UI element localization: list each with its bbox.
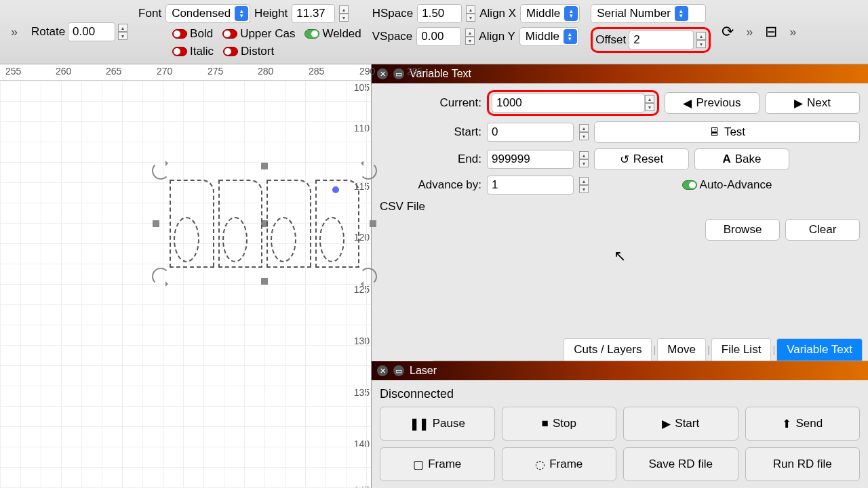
handle-r[interactable] <box>370 220 376 227</box>
collapse-right-icon[interactable]: » <box>741 22 758 42</box>
frame-oval-button[interactable]: ◌ Frame <box>502 447 617 481</box>
height-input[interactable] <box>292 4 335 23</box>
rotate-spinner[interactable]: ▴▾ <box>118 24 127 40</box>
top-toolbar: » Rotate ▴▾ Font Condensed Height ▴▾ Bol… <box>0 0 868 64</box>
aligny-label: Align Y <box>479 30 515 43</box>
rotate-handle-br[interactable] <box>359 268 377 285</box>
clear-button[interactable]: Clear <box>785 219 860 241</box>
end-input[interactable] <box>487 150 574 169</box>
bake-button[interactable]: A Bake <box>694 148 789 170</box>
reset-button[interactable]: ↺ Reset <box>594 148 689 170</box>
laser-header: ✕ ▭ Laser <box>372 361 868 380</box>
next-button[interactable]: ▶ Next <box>765 92 860 114</box>
start-button[interactable]: ▶ Start <box>623 407 738 441</box>
stop-button[interactable]: ■ Stop <box>502 407 617 441</box>
font-select[interactable]: Condensed <box>165 4 250 23</box>
variable-text-body: Current: ▴▾ ◀ Previous ▶ Next Start: ▴▾ … <box>372 83 868 253</box>
laser-body: Disconnected ❚❚ Pause ■ Stop ▶ Start ⬆ S… <box>372 380 868 488</box>
distort-toggle[interactable]: Distort <box>223 45 274 58</box>
alignx-label: Align X <box>479 7 516 20</box>
pause-button[interactable]: ❚❚ Pause <box>380 407 495 441</box>
laser-status: Disconnected <box>380 387 860 401</box>
start-spinner[interactable]: ▴▾ <box>579 124 589 140</box>
ruler-horizontal: 255 260 265 270 275 280 285 290 295 <box>0 64 371 81</box>
end-spinner[interactable]: ▴▾ <box>579 151 589 167</box>
text-dddd <box>170 180 359 268</box>
canvas-grid <box>0 81 371 488</box>
hspace-label: HSpace <box>372 7 413 20</box>
rotate-handle-tl[interactable] <box>152 162 170 180</box>
bold-toggle[interactable]: Bold <box>172 27 213 41</box>
cursor-icon: ↖ <box>614 247 626 265</box>
tab-move[interactable]: Move <box>657 338 706 361</box>
collapse-far-right-icon[interactable]: » <box>784 22 802 42</box>
start-label: Start: <box>380 125 481 139</box>
offset-label: Offset <box>595 33 626 47</box>
vspace-spinner[interactable]: ▴▾ <box>465 28 475 45</box>
height-spinner[interactable]: ▴▾ <box>339 5 349 22</box>
alignx-select[interactable]: Middle <box>520 4 580 23</box>
auto-advance-toggle[interactable]: Auto-Advance <box>682 178 772 192</box>
welded-toggle[interactable]: Welded <box>304 27 361 41</box>
previous-button[interactable]: ◀ Previous <box>665 92 760 114</box>
popout-icon[interactable]: ▭ <box>393 365 404 376</box>
hspace-input[interactable] <box>417 4 462 23</box>
laser-title: Laser <box>410 365 437 377</box>
refresh-icon[interactable]: ⟳ <box>722 23 734 41</box>
tab-vartext[interactable]: Variable Text <box>776 338 863 361</box>
csv-label: CSV File <box>380 200 425 214</box>
current-label: Current: <box>380 96 481 110</box>
canvas[interactable]: 255 260 265 270 275 280 285 290 295 105 … <box>0 64 372 488</box>
text-selection[interactable] <box>156 166 373 281</box>
popout-icon[interactable]: ▭ <box>393 68 404 79</box>
save-rd-button[interactable]: Save RD file <box>623 447 738 481</box>
advance-label: Advance by: <box>380 178 481 192</box>
offset-highlight: Offset ▴▾ <box>591 27 711 53</box>
close-icon[interactable]: ✕ <box>377 68 388 79</box>
current-spinner[interactable]: ▴▾ <box>645 95 654 111</box>
rotate-input[interactable] <box>68 22 115 41</box>
rotate-handle-tr[interactable] <box>359 162 377 180</box>
rotate-label: Rotate <box>31 25 65 39</box>
vspace-label: VSpace <box>372 30 413 43</box>
start-input[interactable] <box>487 123 574 142</box>
vartype-select[interactable]: Serial Number <box>591 4 706 23</box>
rotate-handle-bl[interactable] <box>152 268 170 285</box>
aligny-select[interactable]: Middle <box>519 27 579 46</box>
offset-input[interactable] <box>629 30 694 49</box>
end-label: End: <box>380 152 481 166</box>
offset-spinner[interactable]: ▴▾ <box>696 32 706 48</box>
uppercase-toggle[interactable]: Upper Cas <box>222 27 295 41</box>
align-icon[interactable]: ⊟ <box>765 23 777 41</box>
handle-t[interactable] <box>261 163 268 169</box>
hspace-spinner[interactable]: ▴▾ <box>466 5 475 22</box>
handle-l[interactable] <box>153 220 159 227</box>
send-button[interactable]: ⬆ Send <box>745 407 861 441</box>
panel-tabs: Cuts / Layers | Move | File List | Varia… <box>433 338 868 361</box>
frame-rect-button[interactable]: ▢ Frame <box>380 447 495 481</box>
test-button[interactable]: 🖥 Test <box>594 121 860 143</box>
handle-b[interactable] <box>261 278 268 285</box>
height-label: Height <box>254 7 288 20</box>
browse-button[interactable]: Browse <box>705 219 780 241</box>
run-rd-button[interactable]: Run RD file <box>745 447 861 481</box>
font-label: Font <box>138 7 161 20</box>
advance-input[interactable] <box>487 176 574 195</box>
italic-toggle[interactable]: Italic <box>172 45 214 58</box>
close-icon[interactable]: ✕ <box>377 365 388 376</box>
vspace-input[interactable] <box>416 27 461 46</box>
tab-filelist[interactable]: File List <box>711 338 772 361</box>
variable-text-header: ✕ ▭ Variable Text <box>372 64 868 83</box>
advance-spinner[interactable]: ▴▾ <box>579 177 589 193</box>
collapse-left-icon[interactable]: » <box>5 22 23 42</box>
current-input[interactable] <box>492 94 645 113</box>
tab-cuts[interactable]: Cuts / Layers <box>564 338 652 361</box>
